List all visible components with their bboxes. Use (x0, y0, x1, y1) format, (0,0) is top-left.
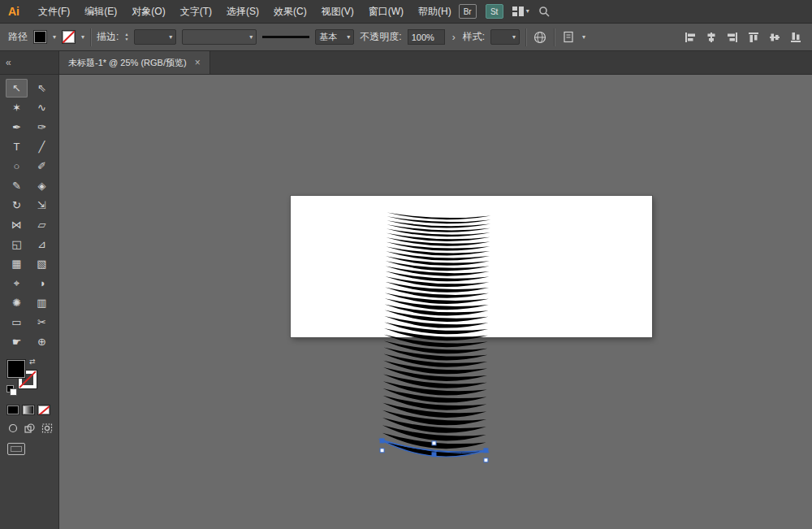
anchor-handle[interactable] (380, 449, 384, 453)
draw-behind-button[interactable] (23, 423, 37, 434)
fill-color-swatch[interactable] (33, 30, 47, 44)
default-fill-stroke-icon[interactable] (6, 385, 18, 397)
type-tool[interactable]: T (6, 137, 28, 156)
eraser-tool[interactable]: ◈ (31, 176, 53, 195)
gradient-button[interactable] (22, 405, 35, 415)
column-graph-tool[interactable]: ▥ (31, 293, 53, 312)
chevron-down-icon[interactable]: ▾ (582, 34, 585, 41)
document-setup-icon[interactable] (560, 29, 577, 46)
blend-step (387, 212, 491, 219)
paint-mode-row (0, 398, 58, 415)
opacity-input[interactable] (408, 29, 445, 45)
none-button[interactable] (37, 405, 50, 415)
direct-selection-tool[interactable]: ⇖ (31, 79, 53, 98)
eyedropper-tool[interactable]: ⌖ (6, 274, 28, 293)
slice-tool-icon: ✂ (37, 316, 46, 328)
align-top-button[interactable] (745, 29, 762, 46)
gradient-tool[interactable]: ▧ (31, 254, 53, 273)
mini-stroke-swatch (10, 388, 17, 396)
symbol-sprayer-tool[interactable]: ✺ (6, 293, 28, 312)
recolor-artwork-icon[interactable] (532, 29, 548, 46)
selection-tool[interactable]: ↖ (6, 79, 28, 98)
color-button[interactable] (6, 405, 19, 415)
canvas[interactable] (59, 75, 812, 529)
symbol-sprayer-tool-icon: ✺ (12, 297, 21, 309)
rotate-tool[interactable]: ↻ (6, 196, 28, 215)
align-right-button[interactable] (724, 29, 741, 46)
scale-tool[interactable]: ⇲ (31, 196, 53, 215)
blend-tool[interactable]: ◑ (31, 274, 53, 293)
variable-width-profile-dropdown[interactable]: ▾ (182, 29, 257, 45)
menu-select[interactable]: 选择(S) (219, 0, 266, 24)
brush-definition-dropdown[interactable]: 基本 ▾ (315, 29, 354, 45)
workspace-switcher[interactable]: ▾ (512, 7, 529, 16)
stepper-down-icon[interactable]: ▼ (124, 37, 128, 41)
hand-tool[interactable]: ☛ (6, 332, 28, 351)
line-segment-tool[interactable]: ╱ (31, 137, 53, 156)
stroke-weight-stepper[interactable]: ▲ ▼ (124, 33, 128, 41)
pen-tool[interactable]: ✒ (6, 118, 28, 137)
stroke-chevron-down-icon[interactable]: ▾ (81, 34, 84, 41)
fill-chevron-down-icon[interactable]: ▾ (53, 34, 56, 41)
menu-object[interactable]: 对象(O) (124, 0, 172, 24)
swap-fill-stroke-icon[interactable]: ⇄ (29, 358, 36, 366)
align-center-vertical-button[interactable] (767, 29, 783, 46)
shape-builder-tool[interactable]: ◱ (6, 235, 28, 254)
menu-view[interactable]: 视图(V) (314, 0, 361, 24)
blend-tool-icon: ◑ (39, 277, 45, 289)
lasso-tool[interactable]: ∿ (31, 98, 53, 117)
slice-tool[interactable]: ✂ (31, 313, 53, 332)
anchor-handle[interactable] (380, 439, 384, 443)
paintbrush-tool[interactable]: ✐ (31, 157, 53, 176)
artboard-tool[interactable]: ▭ (6, 313, 28, 332)
menu-window[interactable]: 窗口(W) (361, 0, 411, 24)
mesh-tool[interactable]: ▦ (6, 254, 28, 273)
curvature-tool[interactable]: ✑ (31, 118, 53, 137)
bridge-button[interactable]: Br (459, 4, 477, 19)
menu-type[interactable]: 文字(T) (173, 0, 219, 24)
pencil-tool-icon: ✎ (12, 180, 21, 192)
graphic-style-dropdown[interactable]: ▾ (490, 29, 520, 45)
zoom-tool-icon: ⊕ (37, 336, 46, 348)
menu-file[interactable]: 文件(F) (31, 0, 77, 24)
zoom-tool[interactable]: ⊕ (31, 332, 53, 351)
search-icon[interactable] (538, 6, 550, 17)
close-icon[interactable]: × (195, 57, 201, 68)
align-bottom-button[interactable] (788, 29, 804, 46)
ellipse-tool[interactable]: ○ (6, 157, 28, 176)
width-tool-icon: ⋈ (11, 219, 22, 231)
stroke-weight-dropdown[interactable]: ▾ (134, 29, 176, 45)
chevron-down-icon: ▾ (526, 8, 529, 15)
perspective-grid-tool[interactable]: ⊿ (31, 235, 53, 254)
anchor-handle[interactable] (484, 458, 488, 462)
illustrator-window: Ai 文件(F)编辑(E)对象(O)文字(T)选择(S)效果(C)视图(V)窗口… (0, 0, 812, 529)
menu-help[interactable]: 帮助(H) (411, 0, 459, 24)
anchor-handle[interactable] (432, 441, 436, 445)
draw-mode-row (0, 415, 58, 434)
stock-button[interactable]: St (486, 4, 503, 19)
opacity-panel-arrow[interactable]: › (451, 32, 457, 43)
align-left-button[interactable] (682, 29, 698, 46)
draw-normal-button[interactable] (6, 423, 20, 434)
stroke-color-swatch[interactable] (62, 30, 76, 44)
width-tool[interactable]: ⋈ (6, 215, 28, 234)
fill-proxy-swatch[interactable] (6, 359, 26, 379)
brush-stroke-preview[interactable] (262, 29, 309, 45)
draw-inside-button[interactable] (40, 423, 54, 434)
anchor-handle[interactable] (432, 453, 436, 457)
magic-wand-tool[interactable]: ✶ (6, 98, 28, 117)
shape-builder-tool-icon: ◱ (11, 238, 21, 250)
chevron-down-icon: ▾ (347, 34, 350, 41)
align-center-horizontal-button[interactable] (703, 29, 719, 46)
collapse-panel-button[interactable]: « (6, 57, 11, 68)
main-area: « ↖⇖✶∿✒✑T╱○✐✎◈↻⇲⋈▱◱⊿▦▧⌖◑✺▥▭✂☛⊕ ⇄ (0, 51, 812, 529)
menu-effect[interactable]: 效果(C) (266, 0, 314, 24)
menu-edit[interactable]: 编辑(E) (77, 0, 124, 24)
document-tab[interactable]: 未标题-1* @ 25% (RGB/预览) × (59, 51, 210, 74)
workspace-grid-icon (512, 7, 524, 16)
change-screen-mode-button[interactable] (7, 443, 25, 455)
anchor-handle[interactable] (484, 449, 488, 453)
document-tab-bar: 未标题-1* @ 25% (RGB/预览) × (59, 51, 812, 75)
pencil-tool[interactable]: ✎ (6, 176, 28, 195)
free-transform-tool[interactable]: ▱ (31, 215, 53, 234)
